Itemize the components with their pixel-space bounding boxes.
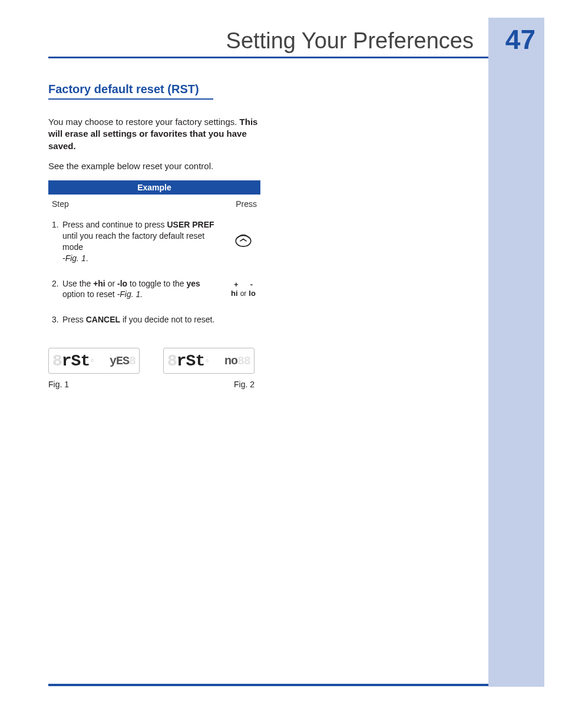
section-heading: Factory default reset (RST) bbox=[48, 83, 260, 96]
hilo-symbols: + - bbox=[230, 281, 257, 288]
step-2-text: 2. Use the +hi or -lo to toggle to the y… bbox=[52, 278, 223, 301]
step-2-lo: -lo bbox=[117, 279, 127, 288]
step-2-yes: yes bbox=[187, 279, 200, 288]
table-row: 3. Press CANCEL if you decide not to res… bbox=[48, 308, 260, 334]
step-3-text: 3. Press CANCEL if you decide not to res… bbox=[52, 314, 223, 325]
step-3-c: if you decide not to reset. bbox=[123, 315, 214, 324]
page-side-column bbox=[488, 18, 544, 687]
figure-2-caption: Fig. 2 bbox=[163, 380, 254, 389]
step-1-text: 1. Press and continue to press USER PREF… bbox=[52, 219, 223, 264]
hilo-control: + - hi or lo bbox=[230, 281, 257, 297]
example-table: Example Step Press 1. Press and continue… bbox=[48, 180, 260, 334]
step-3-cell: 3. Press CANCEL if you decide not to res… bbox=[48, 308, 226, 334]
step-1-userpref: USER PREF bbox=[167, 220, 214, 229]
figures-row: 8rSt° yES8 Fig. 1 8rSt° no88 Fig. 2 bbox=[48, 348, 260, 389]
step-2-c: or bbox=[108, 279, 117, 288]
figure-2: 8rSt° no88 Fig. 2 bbox=[163, 348, 254, 389]
step-1-cell: 1. Press and continue to press USER PREF… bbox=[48, 213, 226, 272]
display-1: 8rSt° yES8 bbox=[48, 348, 140, 374]
step-2-number: 2. bbox=[52, 278, 59, 289]
step-1-part-c: until you reach the factory default rese… bbox=[62, 231, 204, 252]
header-rule bbox=[48, 57, 488, 58]
hilo-labels: hi or lo bbox=[230, 289, 257, 297]
or-label: or bbox=[240, 290, 247, 297]
table-title: Example bbox=[48, 180, 260, 195]
step-3-number: 3. bbox=[52, 314, 59, 325]
manual-page: 47 Setting Your Preferences Factory defa… bbox=[0, 0, 562, 728]
step-2-figref: -Fig. 1. bbox=[117, 289, 143, 299]
step-2-a: Use the bbox=[62, 279, 93, 288]
col-step: Step bbox=[48, 195, 226, 213]
body-column: Factory default reset (RST) You may choo… bbox=[48, 83, 260, 389]
section-underline bbox=[48, 98, 213, 100]
intro-paragraph-1: You may choose to restore your factory s… bbox=[48, 116, 260, 152]
dial-icon bbox=[233, 241, 253, 250]
page-number: 47 bbox=[505, 24, 535, 55]
intro-text: You may choose to restore your factory s… bbox=[48, 117, 240, 127]
table-title-row: Example bbox=[48, 180, 260, 195]
display-2-sub: no88 bbox=[224, 354, 250, 368]
step-1-figref: -Fig. 1 bbox=[62, 253, 86, 263]
step-3-cancel: CANCEL bbox=[86, 315, 120, 324]
step-1-number: 1. bbox=[52, 219, 59, 230]
display-2: 8rSt° no88 bbox=[163, 348, 254, 374]
step-2-cell: 2. Use the +hi or -lo to toggle to the y… bbox=[48, 272, 226, 309]
intro-paragraph-2: See the example below reset your control… bbox=[48, 160, 260, 172]
figure-1-caption: Fig. 1 bbox=[48, 380, 140, 389]
step-2-press-cell: + - hi or lo bbox=[226, 272, 260, 309]
display-1-main: 8rSt° bbox=[52, 352, 94, 370]
footer-rule bbox=[48, 684, 488, 686]
figure-1: 8rSt° yES8 Fig. 1 bbox=[48, 348, 140, 389]
minus-symbol: - bbox=[250, 281, 253, 288]
page-title: Setting Your Preferences bbox=[0, 28, 480, 54]
step-3-press-cell bbox=[226, 308, 260, 334]
lo-label: lo bbox=[249, 289, 256, 297]
plus-symbol: + bbox=[234, 281, 239, 288]
hi-label: hi bbox=[231, 289, 238, 297]
step-1-part-a: Press and continue to press bbox=[62, 220, 167, 229]
table-row: 2. Use the +hi or -lo to toggle to the y… bbox=[48, 272, 260, 309]
col-press: Press bbox=[226, 195, 260, 213]
display-1-sub: yES8 bbox=[110, 354, 135, 368]
step-1-press-cell bbox=[226, 213, 260, 272]
step-2-e: to toggle to the bbox=[130, 279, 187, 288]
display-2-main: 8rSt° bbox=[167, 352, 209, 370]
table-header-row: Step Press bbox=[48, 195, 260, 213]
step-2-g: option to reset bbox=[62, 289, 117, 299]
step-1-period: . bbox=[86, 253, 88, 263]
step-3-a: Press bbox=[62, 315, 86, 324]
table-row: 1. Press and continue to press USER PREF… bbox=[48, 213, 260, 272]
step-2-hi: +hi bbox=[93, 279, 105, 288]
